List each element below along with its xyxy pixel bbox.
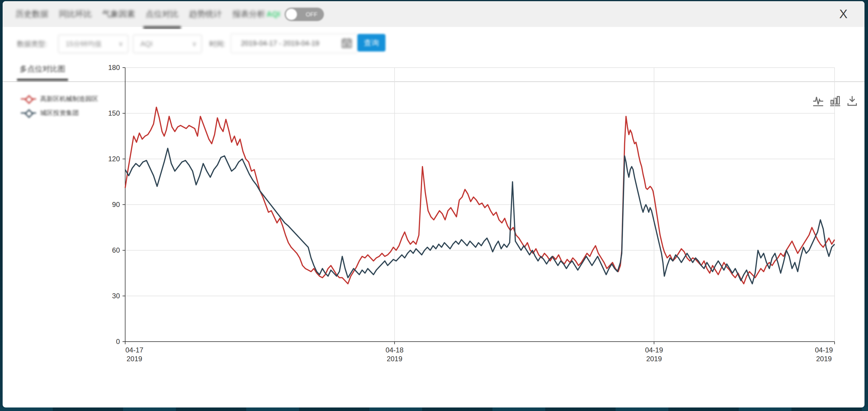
x-axis-tick-label: 04-192019 (801, 346, 847, 363)
aqi-label: AQI (267, 1, 280, 27)
x-axis-tick-label: 04-192019 (630, 346, 678, 363)
metric-select[interactable]: AQI ∨ (133, 35, 202, 53)
calendar-icon[interactable] (342, 38, 352, 48)
y-axis-tick-label: 30 (95, 292, 120, 300)
data-type-select[interactable]: 15分钟均值 ∨ (58, 35, 128, 53)
y-axis-tick-label: 120 (95, 155, 120, 163)
series-line (125, 148, 835, 284)
query-button[interactable]: 查询 (358, 34, 385, 52)
series-line (125, 107, 835, 284)
chevron-down-icon: ∨ (118, 35, 123, 53)
aqi-toggle-switch[interactable]: OFF (285, 8, 324, 21)
chart-svg (125, 68, 835, 342)
tab-weather-factor[interactable]: 气象因素 (102, 1, 136, 27)
legend-item-series2[interactable]: 城区投资集团 (21, 108, 98, 118)
toggle-knob-icon (286, 9, 297, 20)
tab-yoy-comparison[interactable]: 同比环比 (58, 1, 92, 27)
chevron-down-icon: ∨ (192, 35, 197, 53)
modal-header: 历史数据 同比环比 气象因素 点位对比 趋势统计 报表分析 AQI OFF X (3, 1, 865, 27)
tab-report-analysis[interactable]: 报表分析 (232, 1, 266, 27)
y-axis-tick-label: 180 (95, 64, 120, 72)
toggle-state-label: OFF (306, 8, 317, 21)
legend-label: 高新区机械制造园区 (40, 95, 98, 103)
subtab-multi-point-chart[interactable]: 多点位对比图 (20, 59, 65, 81)
chart-legend: 高新区机械制造园区 城区投资集团 (21, 94, 98, 122)
data-type-label: 数据类型: (17, 29, 47, 59)
line-diamond-marker-icon (21, 96, 36, 102)
x-axis-tick-label: 04-182019 (371, 346, 418, 363)
point-comparison-modal: 历史数据 同比环比 气象因素 点位对比 趋势统计 报表分析 AQI OFF X … (3, 1, 865, 408)
y-axis-tick-label: 150 (95, 109, 120, 117)
filter-row: 数据类型: 15分钟均值 ∨ AQI ∨ 时间: 2019-04-17 - 20… (3, 29, 865, 59)
date-range-value: 2019-04-17 - 2019-04-19 (241, 39, 319, 47)
tab-trend-statistics[interactable]: 趋势统计 (188, 1, 222, 27)
metric-value: AQI (141, 40, 152, 48)
legend-item-series1[interactable]: 高新区机械制造园区 (21, 94, 98, 104)
time-label: 时间: (209, 29, 225, 59)
download-icon[interactable] (846, 95, 858, 107)
tab-history-data[interactable]: 历史数据 (15, 1, 49, 27)
x-axis-tick-label: 04-172019 (111, 346, 158, 363)
chart-plot[interactable]: 030609012015018004-17201904-18201904-192… (125, 68, 835, 342)
tab-point-comparison[interactable]: 点位对比 (145, 1, 179, 27)
y-axis-tick-label: 60 (95, 246, 120, 254)
y-axis-tick-label: 0 (95, 338, 120, 346)
date-range-input[interactable]: 2019-04-17 - 2019-04-19 (230, 33, 358, 53)
line-diamond-marker-icon (21, 109, 36, 116)
close-button[interactable]: X (835, 6, 851, 22)
data-type-value: 15分钟均值 (66, 40, 102, 48)
nav-tabs: 历史数据 同比环比 气象因素 点位对比 趋势统计 报表分析 (15, 1, 275, 27)
y-axis-tick-label: 90 (95, 201, 120, 209)
legend-label: 城区投资集团 (40, 109, 79, 117)
